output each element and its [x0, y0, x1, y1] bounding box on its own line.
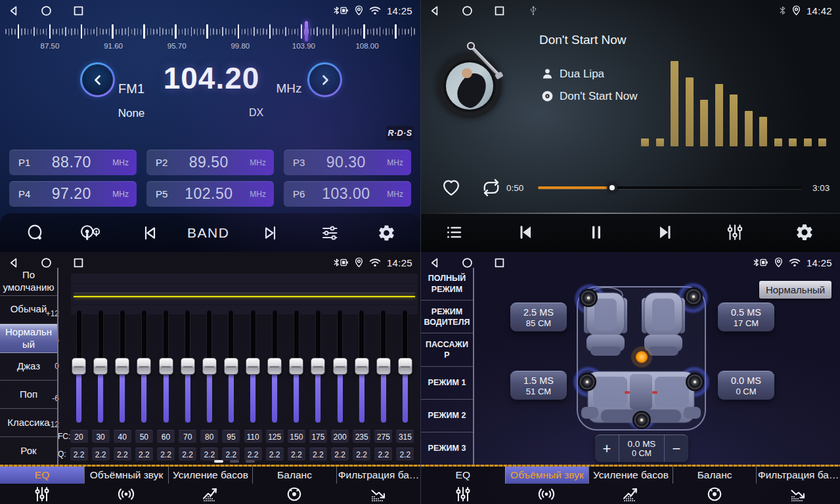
broadcast-icon[interactable] — [76, 224, 104, 242]
eq-band-slider-thumb[interactable] — [398, 358, 412, 375]
tab-eq[interactable]: EQ — [0, 465, 84, 504]
listening-mode-item[interactable]: РЕЖИМ 2 — [421, 400, 473, 432]
back-icon[interactable] — [8, 5, 20, 17]
tab-bass-boost[interactable]: Усиление басов — [588, 465, 673, 504]
eq-band-slider-thumb[interactable] — [93, 358, 108, 375]
listening-mode-item[interactable]: РЕЖИМ 1 — [421, 367, 473, 400]
listening-mode-item[interactable]: РЕЖИМ ВОДИТЕЛЯ — [421, 301, 473, 333]
eq-band-slider-thumb[interactable] — [115, 358, 129, 375]
back-icon[interactable] — [8, 257, 20, 269]
tab-bass-boost[interactable]: Усиление басов — [168, 465, 252, 504]
eq-preset-item[interactable]: Обычай — [0, 296, 57, 324]
eq-band-slider-thumb[interactable] — [159, 358, 173, 375]
preset-button-p1[interactable]: P188.70MHz — [9, 150, 137, 175]
eq-preset-item[interactable]: Джаз — [0, 353, 57, 381]
listening-mode-item[interactable]: ПАССАЖИР — [421, 333, 473, 366]
eq-q-value: 2.2 — [179, 448, 196, 461]
filter-icon — [368, 485, 388, 503]
recents-icon[interactable] — [493, 5, 506, 17]
elapsed-time: 0:50 — [506, 183, 535, 193]
progress-bar[interactable] — [538, 182, 802, 193]
tuner-tick — [87, 28, 89, 35]
settings-gear-icon[interactable] — [795, 222, 814, 242]
eq-band-slider-thumb[interactable] — [137, 358, 151, 375]
tab-surround[interactable]: Объёмный звук — [84, 465, 168, 504]
eq-q-value: 2.2 — [396, 448, 414, 461]
tune-up-button[interactable] — [307, 62, 342, 97]
eq-band-slider-thumb[interactable] — [311, 358, 325, 375]
surround-icon — [116, 485, 136, 503]
eq-preset-item[interactable]: Нормальный — [0, 324, 57, 353]
eq-preset-item[interactable]: Поп — [0, 381, 57, 409]
tuner-tick — [216, 29, 217, 35]
tuner-scale[interactable] — [5, 22, 415, 41]
eq-band-slider-thumb[interactable] — [181, 358, 195, 375]
station-name: None — [110, 107, 152, 120]
eq-band-slider-thumb[interactable] — [72, 358, 86, 375]
tab-balance[interactable]: Баланс — [252, 465, 336, 504]
next-station-icon[interactable] — [261, 224, 280, 242]
subwoofer-delay-increase-button[interactable]: + — [595, 435, 619, 462]
preset-button-p5[interactable]: P5102.50MHz — [146, 181, 274, 207]
previous-track-icon[interactable] — [515, 222, 536, 242]
equalizer-icon[interactable] — [725, 222, 745, 242]
delay-front-right[interactable]: 0.5 MS 17 CM — [718, 303, 774, 331]
eq-band-slider-thumb[interactable] — [224, 358, 238, 375]
preset-button-p2[interactable]: P289.50MHz — [146, 150, 274, 175]
home-icon[interactable] — [461, 5, 474, 17]
eq-fc-value: 50 — [135, 430, 153, 443]
preset-label: P1 — [18, 157, 30, 168]
settings-gear-icon[interactable] — [377, 223, 396, 242]
home-icon[interactable] — [40, 5, 53, 17]
eq-band-slider-thumb[interactable] — [355, 358, 369, 375]
recents-icon[interactable] — [72, 257, 85, 269]
back-icon[interactable] — [429, 257, 441, 269]
tuner-tick — [357, 29, 359, 34]
band-button[interactable]: BAND — [187, 225, 229, 241]
pause-icon[interactable] — [587, 222, 606, 242]
preset-label: P4 — [18, 188, 30, 200]
playlist-icon[interactable] — [444, 223, 464, 242]
home-icon[interactable] — [461, 257, 474, 269]
eq-band-slider-thumb[interactable] — [202, 358, 217, 375]
favorite-heart-icon[interactable] — [441, 177, 462, 198]
tune-down-button[interactable] — [80, 62, 115, 97]
eq-preset-item[interactable]: Классика — [0, 409, 57, 437]
eq-band-slider-thumb[interactable] — [267, 358, 282, 375]
repeat-icon[interactable] — [480, 177, 502, 198]
preset-frequency: 102.50 — [167, 185, 250, 203]
preset-button-p3[interactable]: P390.30MHz — [284, 150, 411, 175]
next-track-icon[interactable] — [655, 222, 676, 242]
tuner-tick — [21, 28, 22, 35]
preset-button-p6[interactable]: P6103.00MHz — [284, 181, 411, 207]
delay-front-left[interactable]: 2.5 MS 85 CM — [510, 303, 567, 331]
eq-band-slider-thumb[interactable] — [289, 358, 303, 375]
tab-surround[interactable]: Объёмный звук — [505, 465, 589, 504]
recents-icon[interactable] — [493, 257, 506, 269]
sound-preset-button[interactable]: Нормальный — [759, 281, 831, 299]
bluetooth-battery-icon — [333, 5, 349, 16]
tab-eq[interactable]: EQ — [421, 465, 505, 504]
progress-thumb[interactable] — [607, 182, 617, 193]
tab-filter[interactable]: Фильтрация ба… — [756, 465, 840, 504]
eq-preset-item[interactable]: Рок — [0, 437, 57, 465]
previous-station-icon[interactable] — [141, 224, 159, 242]
tab-filter[interactable]: Фильтрация ба… — [336, 465, 420, 504]
eq-band-slider-thumb[interactable] — [246, 358, 260, 375]
back-icon[interactable] — [429, 5, 441, 17]
recents-icon[interactable] — [72, 5, 85, 17]
eq-band-slider-thumb[interactable] — [376, 358, 391, 375]
scan-icon[interactable] — [26, 224, 45, 242]
tuner-tick — [311, 28, 312, 35]
tab-balance[interactable]: Баланс — [673, 465, 757, 504]
tune-sliders-icon[interactable] — [321, 224, 339, 242]
delay-rear-right[interactable]: 0.0 MS 0 CM — [718, 371, 774, 400]
home-icon[interactable] — [40, 257, 53, 269]
preset-button-p4[interactable]: P497.20MHz — [9, 181, 137, 207]
eq-band-slider-thumb[interactable] — [333, 358, 347, 375]
listening-mode-item[interactable]: РЕЖИМ 3 — [421, 432, 473, 465]
tuner-tick — [210, 28, 211, 35]
speaker-rear-left — [578, 373, 596, 391]
delay-rear-left[interactable]: 1.5 MS 51 CM — [510, 371, 567, 400]
subwoofer-delay-decrease-button[interactable]: − — [665, 435, 688, 462]
